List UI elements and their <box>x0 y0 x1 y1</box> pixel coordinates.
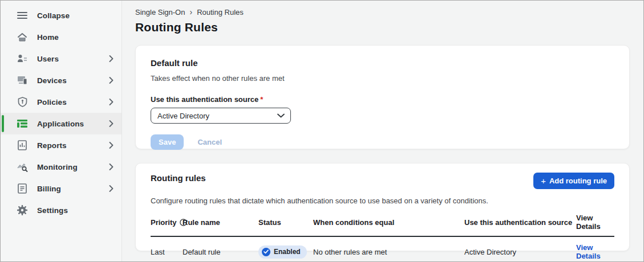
chevron-right-icon <box>109 120 114 127</box>
cell-status: Enabled <box>258 245 313 259</box>
default-rule-actions: Save Cancel <box>151 134 614 150</box>
save-button[interactable]: Save <box>151 134 184 150</box>
sidebar-item-home[interactable]: Home <box>1 26 121 48</box>
sidebar-item-collapse[interactable]: Collapse <box>1 5 121 26</box>
sidebar-item-monitoring[interactable]: Monitoring <box>1 156 121 178</box>
sidebar-item-label: Devices <box>37 76 67 85</box>
table-row: Last Default rule Enabled No other rules… <box>151 237 614 261</box>
plus-icon: + <box>541 177 546 185</box>
users-icon <box>17 53 28 64</box>
column-header-status: Status <box>258 218 313 227</box>
required-asterisk: * <box>260 95 263 104</box>
sidebar-item-applications[interactable]: Applications <box>1 113 121 134</box>
check-circle-icon <box>262 248 270 256</box>
column-header-when-conditions-equal: When conditions equal <box>313 218 464 227</box>
chevron-right-icon <box>109 163 114 170</box>
billing-document-icon <box>17 183 28 194</box>
cell-rule-name: Default rule <box>183 248 258 256</box>
app-window: Collapse Home Users Devices <box>0 0 644 262</box>
status-badge-label: Enabled <box>274 248 301 256</box>
chevron-right-icon <box>109 142 114 149</box>
sidebar-item-devices[interactable]: Devices <box>1 69 121 91</box>
sidebar-item-label: Settings <box>37 206 68 215</box>
sidebar-item-label: Billing <box>37 185 61 193</box>
column-header-priority: Priority <box>151 218 183 227</box>
sidebar-item-billing[interactable]: Billing <box>1 178 121 199</box>
routing-rules-title: Routing rules <box>151 173 206 183</box>
breadcrumb-separator-icon: › <box>189 8 192 16</box>
breadcrumb-item-routing-rules[interactable]: Routing Rules <box>197 8 244 17</box>
chevron-right-icon <box>109 185 114 192</box>
sidebar-item-reports[interactable]: Reports <box>1 134 121 156</box>
sidebar-item-label: Monitoring <box>37 163 78 171</box>
add-routing-rule-button[interactable]: + Add routing rule <box>533 173 614 189</box>
sidebar-item-label: Users <box>37 55 59 63</box>
routing-rules-card: Routing rules + Add routing rule Configu… <box>135 163 630 251</box>
cell-auth-source: Active Directory <box>464 248 576 256</box>
status-badge: Enabled <box>258 245 307 259</box>
chevron-right-icon <box>109 99 114 105</box>
sidebar-item-label: Home <box>37 33 59 42</box>
sidebar-item-label: Applications <box>37 120 84 128</box>
default-rule-title: Default rule <box>151 58 614 68</box>
column-header-auth-source: Use this authentication source <box>464 218 576 227</box>
column-header-rule-name: Rule name <box>183 218 258 227</box>
column-header-view-details: View Details <box>576 214 614 231</box>
sidebar-item-label: Reports <box>37 141 67 150</box>
monitoring-search-icon <box>17 161 28 173</box>
chevron-right-icon <box>109 77 114 84</box>
sidebar: Collapse Home Users Devices <box>1 1 122 261</box>
auth-source-select-value: Active Directory <box>157 112 209 120</box>
add-routing-rule-label: Add routing rule <box>549 177 607 185</box>
page-title: Routing Rules <box>135 21 630 34</box>
routing-rules-description: Configure routing rules that dictate whi… <box>151 197 614 205</box>
sidebar-item-users[interactable]: Users <box>1 48 121 69</box>
shield-icon <box>17 96 28 108</box>
hamburger-icon <box>17 10 28 21</box>
sidebar-item-policies[interactable]: Policies <box>1 91 121 113</box>
auth-source-select[interactable]: Active Directory <box>151 108 291 124</box>
routing-rules-table: Priority Rule name Status When condition… <box>151 214 614 261</box>
gear-icon <box>17 204 28 216</box>
sidebar-item-label: Policies <box>37 98 67 107</box>
cell-when-conditions: No other rules are met <box>313 248 464 256</box>
main-content: Single Sign-On › Routing Rules Routing R… <box>122 1 643 261</box>
sidebar-item-label: Collapse <box>37 11 70 20</box>
breadcrumb-item-single-sign-on[interactable]: Single Sign-On <box>135 8 185 17</box>
auth-source-label: Use this authentication source* <box>151 95 614 104</box>
home-icon <box>17 31 28 43</box>
breadcrumb: Single Sign-On › Routing Rules <box>135 8 630 17</box>
cell-priority: Last <box>151 248 183 256</box>
report-chart-icon <box>17 140 28 151</box>
chevron-right-icon <box>109 55 114 62</box>
default-rule-card: Default rule Takes effect when no other … <box>135 45 630 149</box>
chevron-down-icon <box>277 113 285 118</box>
sidebar-item-settings[interactable]: Settings <box>1 199 121 221</box>
cancel-button[interactable]: Cancel <box>197 138 222 146</box>
cell-view-details: View Details <box>576 243 614 260</box>
table-header-row: Priority Rule name Status When condition… <box>151 214 614 237</box>
view-details-link[interactable]: View Details <box>576 243 601 260</box>
default-rule-subtitle: Takes effect when no other rules are met <box>151 74 614 83</box>
applications-icon <box>17 118 28 129</box>
devices-icon <box>17 75 28 86</box>
